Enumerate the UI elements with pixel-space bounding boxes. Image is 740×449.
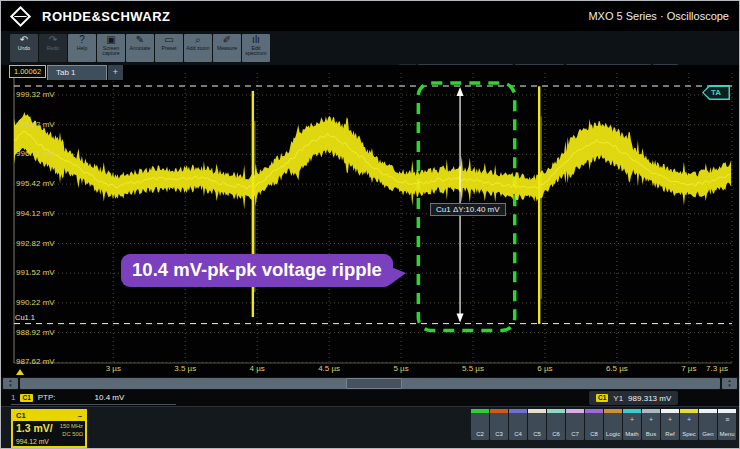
channel-color-stripe: [585, 409, 603, 413]
cursor-delta-readout: Cu1 ΔY:10.40 mV: [430, 203, 506, 216]
waveform-display: 1.00062 Tab 1 + 999.32 mV998.02 mV996.72…: [1, 65, 739, 377]
ref-button[interactable]: +Ref: [661, 409, 679, 440]
toolbar-button-label: Annotate: [130, 46, 151, 51]
add-icon: +: [623, 416, 641, 423]
annotate-button[interactable]: ✎Annotate: [126, 34, 154, 62]
toolbar: ↶Undo↷Redo?Help▣Screen capture✎Annotate▭…: [1, 31, 739, 65]
measurement-result[interactable]: 1 C1 PTP: 10.4 mV: [11, 391, 176, 405]
channel-button-label: C4: [509, 431, 527, 437]
channel-color-stripe: [661, 409, 679, 413]
edit-spectrum-button[interactable]: ılıEdit spectrum: [242, 34, 270, 62]
toolbar-button-label: Add zoom: [186, 46, 209, 51]
scrollbar-track[interactable]: [20, 378, 720, 389]
tab-1[interactable]: Tab 1: [47, 65, 107, 80]
math-button[interactable]: +Math: [623, 409, 641, 440]
menu-button[interactable]: ≡Menu: [718, 409, 736, 440]
channel-color-stripe: [528, 409, 546, 413]
y-tick-label: 987.62 mV: [16, 357, 55, 366]
rs-logo: [10, 5, 31, 26]
y-tick-label: 999.32 mV: [16, 90, 55, 99]
y-tick-label: 990.22 mV: [16, 298, 55, 307]
add-icon: +: [661, 416, 679, 423]
spec-button[interactable]: +Spec: [680, 409, 698, 440]
y-tick-label: 994.12 mV: [16, 209, 55, 218]
c6-button[interactable]: C6: [547, 409, 565, 440]
x-tick-label: 4 µs: [235, 364, 279, 373]
channel-color-stripe: [490, 409, 508, 413]
preset-button[interactable]: ▭Preset: [155, 34, 183, 62]
brand-text: ROHDE&SCHWARZ: [42, 9, 171, 24]
x-tick-label: 4.5 µs: [307, 364, 351, 373]
screen-capture-button[interactable]: ▣Screen capture: [97, 34, 125, 62]
scrollbar-handle[interactable]: [346, 378, 402, 389]
toolbar-button-label: Redo: [47, 46, 59, 51]
annotation-bubble: 10.4 mV-pk-pk voltage ripple: [121, 254, 393, 287]
channel-button-label: C6: [547, 431, 565, 437]
channel-color-stripe: [623, 409, 641, 413]
channel-button-label: C7: [566, 431, 584, 437]
measurement-channel-badge: C1: [20, 394, 32, 402]
oscilloscope-window: ROHDE&SCHWARZ MXO 5 Series · Oscilloscop…: [0, 0, 740, 449]
help-button[interactable]: ?Help: [68, 34, 96, 62]
channel-color-stripe: [642, 409, 660, 413]
gen-button[interactable]: Gen: [699, 409, 717, 440]
c3-button[interactable]: C3: [490, 409, 508, 440]
measurement-name: PTP:: [38, 393, 56, 402]
channel-color-stripe: [509, 409, 527, 413]
channel-1-scale: 1.3 mV/: [16, 422, 53, 434]
results-row: 1 C1 PTP: 10.4 mV C1 Y1 989.313 mV: [1, 390, 739, 406]
add-icon: +: [680, 416, 698, 423]
channel-button-label: Ref: [661, 431, 679, 437]
channel-button-label: C5: [528, 431, 546, 437]
minimize-icon[interactable]: –: [78, 411, 82, 421]
cursor-name: Y1: [613, 394, 623, 403]
y-tick-label: 996.72 mV: [16, 149, 55, 158]
cursor-channel-badge: C1: [596, 394, 608, 402]
add-tab-button[interactable]: +: [108, 65, 123, 80]
channel-button-label: Spec: [680, 431, 698, 437]
measure-button[interactable]: ✐Measure: [213, 34, 241, 62]
channel-button-label: Menu: [718, 431, 736, 437]
c2-button[interactable]: C2: [471, 409, 489, 440]
c4-button[interactable]: C4: [509, 409, 527, 440]
channel-color-stripe: [718, 409, 736, 413]
add-zoom-button[interactable]: ⌕Add zoom: [184, 34, 212, 62]
y-tick-label: 991.52 mV: [16, 268, 55, 277]
bus-button[interactable]: +Bus: [642, 409, 660, 440]
add-icon: +: [642, 416, 660, 423]
channel-button-label: Bus: [642, 431, 660, 437]
c7-button[interactable]: C7: [566, 409, 584, 440]
c5-button[interactable]: C5: [528, 409, 546, 440]
toolbar-button-label: Measure: [217, 46, 237, 51]
cursor-line-label[interactable]: Cu1.1: [15, 313, 35, 322]
channel-1-bandwidth: 150 MHz: [60, 423, 83, 429]
y-tick-label: 995.42 mV: [16, 179, 55, 188]
y-tick-label: 988.92 mV: [16, 328, 55, 337]
channel-buttons: C2C3C4C5C6C7C8Logic+Math+Bus+Ref+SpecGen…: [471, 409, 736, 440]
measurement-index: 1: [11, 393, 15, 402]
channel-color-stripe: [471, 409, 489, 413]
y-tick-label: 992.82 mV: [16, 239, 55, 248]
product-title: MXO 5 Series · Oscilloscope: [588, 10, 729, 22]
c8-button[interactable]: C8: [585, 409, 603, 440]
cursor-result[interactable]: C1 Y1 989.313 mV: [589, 391, 678, 405]
scroll-left-stepper[interactable]: ▲▼: [3, 378, 18, 389]
scroll-right-stepper[interactable]: ▲▼: [722, 378, 737, 389]
x-tick-label: 7.3 µs: [695, 364, 739, 373]
logic-button[interactable]: Logic: [604, 409, 622, 440]
undo-button[interactable]: ↶Undo: [10, 34, 38, 62]
channel-color-stripe: [699, 409, 717, 413]
x-tick-label: 5 µs: [379, 364, 423, 373]
x-tick-label: 3.5 µs: [163, 364, 207, 373]
channel-color-stripe: [680, 409, 698, 413]
redo-button[interactable]: ↷Redo: [39, 34, 67, 62]
toolbar-buttons: ↶Undo↷Redo?Help▣Screen capture✎Annotate▭…: [10, 34, 270, 62]
x-tick-label: 3 µs: [91, 364, 135, 373]
y-tick-label: 998.02 mV: [16, 120, 55, 129]
waveform-canvas: [1, 65, 739, 377]
channel-1-widget[interactable]: C1 – 1.3 mV/ 150 MHz DC 50Ω 994.12 mV: [11, 409, 87, 448]
x-tick-label: 6 µs: [523, 364, 567, 373]
channel-color-stripe: [566, 409, 584, 413]
menu-icon: ≡: [718, 417, 736, 423]
top-scale-value: 1.00062: [9, 65, 46, 78]
